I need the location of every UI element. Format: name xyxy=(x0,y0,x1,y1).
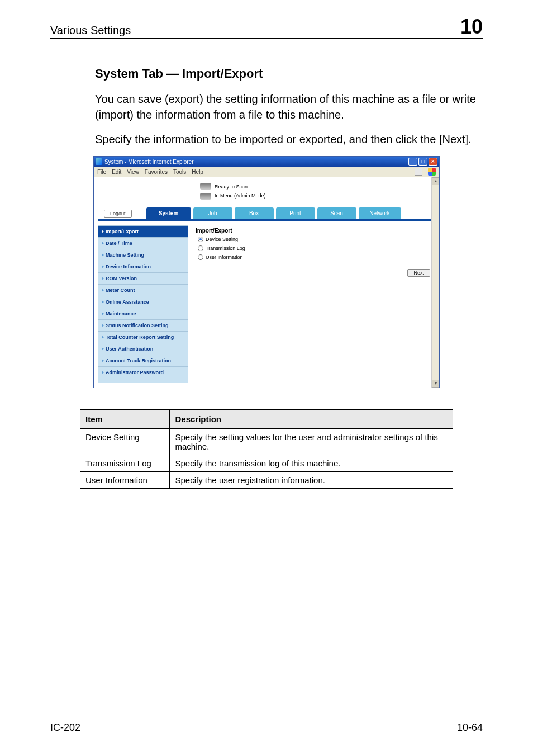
body-paragraph: Specify the information to be imported o… xyxy=(95,131,483,147)
scroll-up-icon[interactable]: ▴ xyxy=(432,177,439,185)
tab-system[interactable]: System xyxy=(146,207,191,219)
page-icon[interactable] xyxy=(415,168,422,176)
windows-icon[interactable] xyxy=(428,168,436,176)
sidebar-item-label: Device Information xyxy=(106,264,151,270)
sidebar: Import/Export Date / Time Machine Settin… xyxy=(98,225,188,383)
header-chapter-number: 10 xyxy=(460,17,483,37)
logout-button[interactable]: Logout xyxy=(104,210,132,218)
sidebar-item-label: Online Assistance xyxy=(106,299,149,305)
sidebar-item-date-time[interactable]: Date / Time xyxy=(98,237,188,249)
status-admin-mode: In Menu (Admin Mode) xyxy=(215,193,266,199)
radio-label: Device Setting xyxy=(206,237,238,242)
window-title: System - Microsoft Internet Explorer xyxy=(104,159,194,165)
tab-scan[interactable]: Scan xyxy=(317,207,356,219)
menu-tools[interactable]: Tools xyxy=(173,169,186,175)
sidebar-item-label: Import/Export xyxy=(106,229,139,234)
next-button[interactable]: Next xyxy=(407,269,430,277)
sidebar-item-label: ROM Version xyxy=(106,276,137,281)
sidebar-item-administrator-password[interactable]: Administrator Password xyxy=(98,366,188,378)
tray-icon xyxy=(200,193,211,200)
status-ready: Ready to Scan xyxy=(215,184,266,190)
sidebar-item-import-export[interactable]: Import/Export xyxy=(98,225,188,237)
table-cell-desc: Specify the transmission log of this mac… xyxy=(169,455,453,472)
titlebar: System - Microsoft Internet Explorer _ □… xyxy=(94,157,439,167)
radio-icon xyxy=(198,245,203,251)
header-section-title: Various Settings xyxy=(50,24,131,37)
sidebar-item-rom-version[interactable]: ROM Version xyxy=(98,272,188,284)
footer-left: IC-202 xyxy=(50,722,80,734)
window-maximize-button[interactable]: □ xyxy=(418,158,427,166)
table-header-description: Description xyxy=(169,410,453,429)
table-header-item: Item xyxy=(80,410,169,429)
sidebar-item-online-assistance[interactable]: Online Assistance xyxy=(98,296,188,308)
radio-transmission-log[interactable]: Transmission Log xyxy=(193,244,434,253)
radio-device-setting[interactable]: Device Setting xyxy=(193,235,434,244)
menu-help[interactable]: Help xyxy=(192,169,203,175)
menu-file[interactable]: File xyxy=(97,169,106,175)
footer-right: 10-64 xyxy=(457,722,483,734)
table-cell-desc: Specify the user registration informatio… xyxy=(169,472,453,489)
menu-bar: File Edit View Favorites Tools Help xyxy=(94,167,439,177)
vertical-scrollbar[interactable]: ▴ ▾ xyxy=(431,177,439,388)
table-row: User Information Specify the user regist… xyxy=(80,472,453,489)
menu-view[interactable]: View xyxy=(127,169,139,175)
scroll-down-icon[interactable]: ▾ xyxy=(432,380,439,388)
ie-icon xyxy=(96,158,102,165)
table-cell-item: User Information xyxy=(80,472,169,489)
sidebar-item-user-authentication[interactable]: User Authentication xyxy=(98,343,188,355)
sidebar-item-label: Machine Setting xyxy=(106,252,144,258)
sidebar-item-label: Date / Time xyxy=(106,240,132,246)
table-cell-desc: Specify the setting values for the user … xyxy=(169,429,453,455)
radio-user-information[interactable]: User Information xyxy=(193,253,434,262)
radio-label: User Information xyxy=(206,254,243,260)
browser-window: System - Microsoft Internet Explorer _ □… xyxy=(93,156,440,388)
table-cell-item: Transmission Log xyxy=(80,455,169,472)
sidebar-item-status-notification[interactable]: Status Notification Setting xyxy=(98,319,188,331)
section-heading: System Tab — Import/Export xyxy=(95,67,483,81)
sidebar-item-maintenance[interactable]: Maintenance xyxy=(98,308,188,319)
content-pane: Import/Export Device Setting Transmissio… xyxy=(192,225,435,383)
window-close-button[interactable]: ✕ xyxy=(429,158,437,166)
menu-favorites[interactable]: Favorites xyxy=(145,169,168,175)
tab-underline xyxy=(98,219,435,221)
description-table: Item Description Device Setting Specify … xyxy=(80,409,453,489)
radio-label: Transmission Log xyxy=(206,245,245,251)
sidebar-item-meter-count[interactable]: Meter Count xyxy=(98,284,188,296)
sidebar-item-label: Total Counter Report Setting xyxy=(106,334,174,340)
sidebar-item-device-information[interactable]: Device Information xyxy=(98,261,188,272)
table-row: Device Setting Specify the setting value… xyxy=(80,429,453,455)
pane-title: Import/Export xyxy=(193,226,434,235)
sidebar-item-label: User Authentication xyxy=(106,346,153,352)
tab-network[interactable]: Network xyxy=(359,207,401,219)
sidebar-item-label: Administrator Password xyxy=(106,370,164,375)
sidebar-item-machine-setting[interactable]: Machine Setting xyxy=(98,249,188,261)
sidebar-item-label: Maintenance xyxy=(106,311,136,316)
window-minimize-button[interactable]: _ xyxy=(408,158,417,166)
sidebar-item-label: Status Notification Setting xyxy=(106,323,169,328)
sidebar-item-label: Account Track Registration xyxy=(106,358,171,363)
table-cell-item: Device Setting xyxy=(80,429,169,455)
tab-box[interactable]: Box xyxy=(235,207,274,219)
tab-job[interactable]: Job xyxy=(193,207,232,219)
sidebar-item-total-counter-report[interactable]: Total Counter Report Setting xyxy=(98,331,188,343)
radio-icon xyxy=(198,254,203,260)
tab-print[interactable]: Print xyxy=(276,207,315,219)
table-row: Transmission Log Specify the transmissio… xyxy=(80,455,453,472)
sidebar-item-account-track-registration[interactable]: Account Track Registration xyxy=(98,355,188,366)
scanner-icon xyxy=(200,183,211,190)
body-paragraph: You can save (export) the setting inform… xyxy=(95,91,483,122)
menu-edit[interactable]: Edit xyxy=(112,169,121,175)
sidebar-item-label: Meter Count xyxy=(106,287,135,293)
radio-icon xyxy=(198,237,203,242)
